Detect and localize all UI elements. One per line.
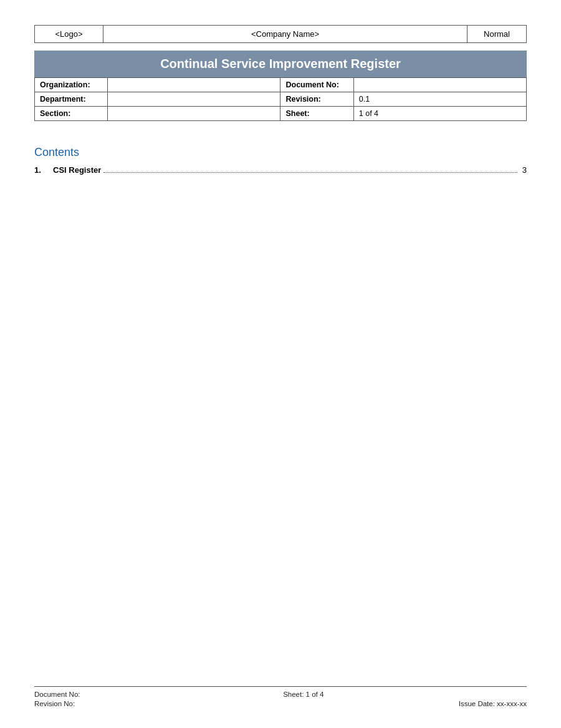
contents-title: Contents: [34, 146, 527, 159]
footer-doc-no: Document No:: [34, 691, 80, 698]
docno-label: Document No:: [280, 78, 353, 92]
section-label: Section:: [35, 107, 108, 121]
page-footer: Document No: Sheet: 1 of 4 Revision No: …: [34, 686, 527, 709]
info-row-3: Section: Sheet: 1 of 4: [35, 107, 527, 121]
header-company-cell: <Company Name>: [103, 26, 467, 43]
header-logo-cell: <Logo>: [35, 26, 103, 43]
contents-section: Contents 1. CSI Register 3: [34, 140, 527, 175]
logo-text: <Logo>: [55, 29, 82, 39]
footer-revision-no: Revision No:: [34, 700, 75, 707]
info-row-1: Organization: Document No:: [35, 78, 527, 92]
dept-label: Department:: [35, 92, 108, 107]
footer-row-1: Document No: Sheet: 1 of 4: [34, 691, 527, 698]
normal-text: Normal: [484, 29, 510, 39]
org-label: Organization:: [35, 78, 108, 92]
company-name-text: <Company Name>: [251, 29, 319, 39]
dept-value: [108, 92, 280, 107]
page: <Logo> <Company Name> Normal Continual S…: [0, 0, 561, 728]
org-value: [108, 78, 280, 92]
info-table: Organization: Document No: Department: R…: [34, 77, 527, 121]
revision-value: 0.1: [353, 92, 526, 107]
footer-row-2: Revision No: Issue Date: xx-xxx-xx: [34, 700, 527, 707]
toc-number-1: 1.: [34, 165, 47, 175]
toc-dots-1: [103, 165, 517, 173]
toc-label-1: CSI Register: [53, 165, 101, 175]
docno-value: [353, 78, 526, 92]
footer-issue-date: Issue Date: xx-xxx-xx: [459, 700, 527, 707]
toc-item-1: 1. CSI Register 3: [34, 165, 527, 175]
footer-sheet: Sheet: 1 of 4: [283, 691, 324, 698]
sheet-value: 1 of 4: [353, 107, 526, 121]
toc-page-1: 3: [522, 165, 527, 175]
document-title: Continual Service Improvement Register: [34, 51, 527, 77]
revision-label: Revision:: [280, 92, 353, 107]
header-table: <Logo> <Company Name> Normal: [34, 25, 527, 43]
info-row-2: Department: Revision: 0.1: [35, 92, 527, 107]
sheet-label: Sheet:: [280, 107, 353, 121]
section-value: [108, 107, 280, 121]
header-normal-cell: Normal: [467, 26, 527, 43]
